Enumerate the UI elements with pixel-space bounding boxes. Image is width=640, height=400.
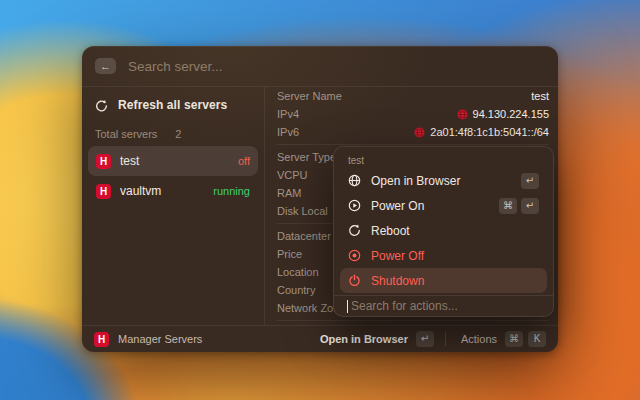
detail-row-ipv4: IPv4 94.130.224.155	[277, 105, 549, 123]
detail-divider	[277, 144, 549, 145]
detail-value: 94.130.224.155	[473, 108, 549, 120]
hetzner-icon: H	[96, 184, 111, 199]
server-row-test[interactable]: H test off	[88, 146, 258, 176]
return-key-badge: ↵	[521, 173, 539, 189]
menu-item-power-on[interactable]: Power On ⌘ ↵	[340, 193, 547, 218]
extension-title: Manager Servers	[118, 333, 202, 345]
footer-bar: H Manager Servers Open in Browser ↵ Acti…	[82, 325, 558, 352]
total-servers-label: Total servers	[95, 128, 157, 140]
menu-item-label: Open in Browser	[371, 174, 460, 188]
detail-label: Price	[277, 248, 302, 260]
search-input[interactable]: Search server...	[128, 59, 223, 74]
refresh-icon	[95, 99, 108, 112]
detail-value: test	[531, 90, 549, 102]
detail-label: IPv4	[277, 108, 299, 120]
actions-search-input[interactable]: Search for actions...	[334, 296, 553, 316]
actions-menu: test Open in Browser ↵	[333, 146, 554, 317]
menu-item-label: Power Off	[371, 249, 424, 263]
detail-label: VCPU	[277, 169, 308, 181]
cmd-key-badge: ⌘	[499, 198, 517, 214]
menu-item-label: Power On	[371, 199, 424, 213]
menu-item-reboot[interactable]: Reboot	[340, 218, 547, 243]
server-status-badge: running	[213, 185, 250, 197]
total-servers-count: 2	[175, 128, 181, 140]
server-name: test	[120, 154, 139, 168]
cmd-key-badge: ⌘	[505, 331, 523, 347]
text-caret	[347, 300, 348, 313]
arrow-left-icon: ←	[100, 61, 111, 72]
k-key-badge: K	[528, 331, 546, 347]
back-button[interactable]: ←	[95, 58, 116, 74]
detail-label: Server Name	[277, 90, 342, 102]
raycast-window: ← Search server... Refresh all servers	[82, 46, 558, 352]
refresh-label: Refresh all servers	[118, 98, 227, 112]
menu-item-shutdown[interactable]: Shutdown	[340, 268, 547, 293]
total-servers-section: Total servers 2	[88, 119, 258, 146]
return-key-badge: ↵	[521, 198, 539, 214]
primary-action-button[interactable]: Open in Browser	[320, 333, 408, 345]
hetzner-icon: H	[94, 332, 109, 347]
globe-red-icon	[414, 127, 425, 138]
detail-label: Disk Local	[277, 205, 328, 217]
record-circle-icon	[348, 249, 361, 262]
server-row-vaultvm[interactable]: H vaultvm running	[88, 176, 258, 206]
detail-value: 2a01:4f8:1c1b:5041::/64	[430, 126, 549, 138]
return-key-badge: ↵	[416, 331, 434, 347]
actions-button[interactable]: Actions	[461, 333, 497, 345]
detail-label: Location	[277, 266, 319, 278]
footer-divider	[445, 332, 446, 346]
globe-red-icon	[457, 109, 468, 120]
power-icon	[348, 274, 361, 287]
menu-item-label: Reboot	[371, 224, 410, 238]
detail-divider	[277, 320, 549, 321]
search-bar: ← Search server...	[82, 46, 558, 86]
desktop: ← Search server... Refresh all servers	[0, 0, 640, 400]
menu-item-open-in-browser[interactable]: Open in Browser ↵	[340, 168, 547, 193]
detail-row-ipv6: IPv6 2a01:4f8:1c1b:5041::/64	[277, 123, 549, 141]
detail-label: Datacenter	[277, 230, 331, 242]
refresh-all-servers-item[interactable]: Refresh all servers	[88, 91, 258, 119]
globe-icon	[348, 174, 361, 187]
play-circle-icon	[348, 199, 361, 212]
menu-item-power-off[interactable]: Power Off	[340, 243, 547, 268]
detail-label: RAM	[277, 187, 301, 199]
detail-label: Country	[277, 284, 316, 296]
server-name: vaultvm	[120, 184, 161, 198]
detail-label: IPv6	[277, 126, 299, 138]
actions-search-placeholder: Search for actions...	[351, 299, 458, 313]
actions-menu-context-title: test	[334, 147, 553, 167]
server-status-badge: off	[238, 155, 250, 167]
detail-label: Server Type	[277, 151, 336, 163]
detail-row-server-name: Server Name test	[277, 87, 549, 105]
menu-item-label: Shutdown	[371, 274, 424, 288]
hetzner-icon: H	[96, 154, 111, 169]
server-list-panel: Refresh all servers Total servers 2 H te…	[82, 87, 265, 325]
reboot-icon	[348, 224, 361, 237]
